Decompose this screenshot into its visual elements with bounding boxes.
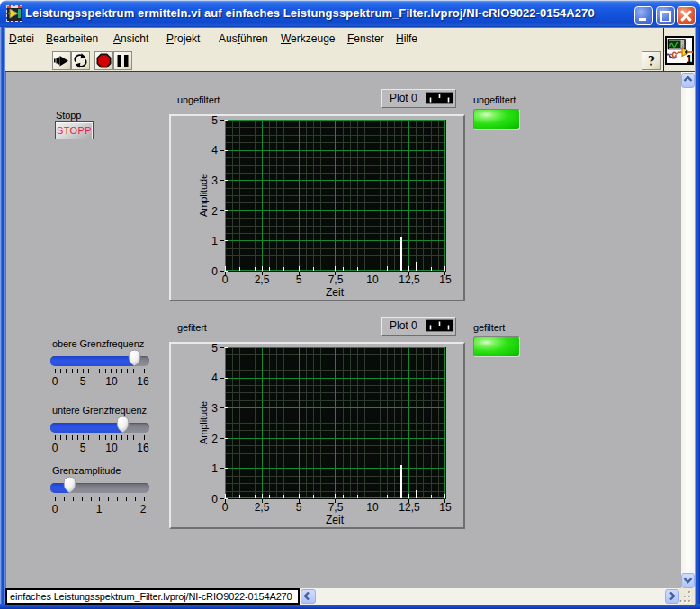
svg-text:1: 1 (687, 53, 693, 66)
